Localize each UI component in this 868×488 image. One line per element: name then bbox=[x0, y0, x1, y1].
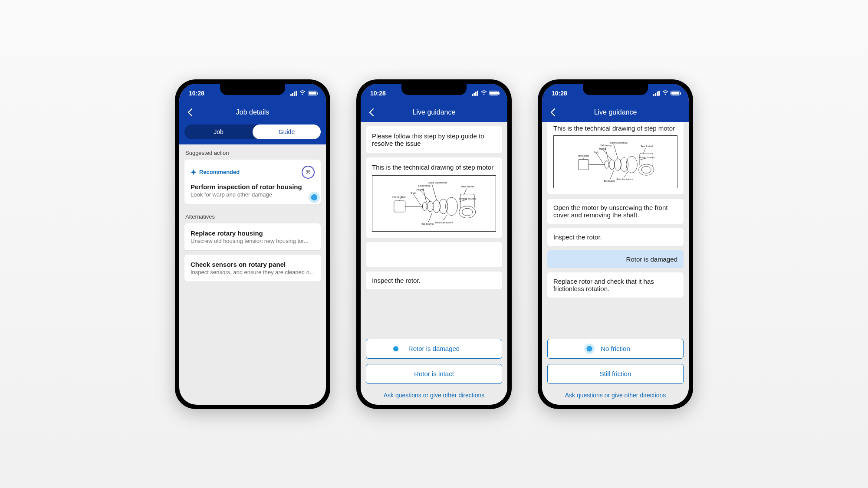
drawing-card: This is the technical drawing of step mo… bbox=[547, 122, 684, 194]
page-title: Live guidance bbox=[542, 108, 689, 116]
recommended-card[interactable]: Recommended 96 Perform inspection of rot… bbox=[184, 160, 321, 204]
option-rotor-damaged[interactable]: Rotor is damaged bbox=[366, 339, 502, 359]
signal-icon bbox=[472, 91, 479, 96]
alt1-title: Replace rotary housing bbox=[191, 229, 315, 237]
content-area: Suggested action Recommended 96 Perform … bbox=[179, 144, 326, 405]
notch bbox=[220, 84, 285, 95]
drawing-text: This is the technical drawing of step mo… bbox=[372, 164, 493, 171]
phone-1: 10:28 Job details Job Guide Suggested ac… bbox=[175, 79, 330, 409]
phone-2: 10:28 Live guidance Please follow this s… bbox=[356, 79, 512, 409]
status-time: 10:28 bbox=[552, 90, 567, 97]
phone-3: 10:28 Live guidance This is the technica… bbox=[538, 79, 693, 409]
tab-guide[interactable]: Guide bbox=[253, 124, 321, 139]
battery-icon bbox=[671, 91, 680, 95]
notch bbox=[583, 84, 648, 95]
bullet-icon bbox=[393, 346, 398, 351]
ask-questions-link[interactable]: Ask questions or give other directions bbox=[542, 389, 689, 405]
page-title: Live guidance bbox=[361, 108, 507, 116]
battery-icon bbox=[308, 91, 317, 95]
option-intact-label: Rotor is intact bbox=[414, 370, 454, 377]
inspect-card: Inspect the rotor. bbox=[547, 228, 684, 246]
alternative-card-1[interactable]: Replace rotary housing Unscrew old housi… bbox=[184, 223, 321, 250]
tap-indicator-icon bbox=[309, 192, 320, 203]
option-rotor-intact[interactable]: Rotor is intact bbox=[366, 364, 502, 384]
nav-bar: Live guidance bbox=[361, 103, 507, 122]
suggested-action-label: Suggested action bbox=[179, 144, 326, 160]
inspect-card: Inspect the rotor. bbox=[366, 272, 502, 289]
user-reply-text: Rotor is damaged bbox=[626, 255, 677, 263]
sparkle-icon bbox=[191, 169, 197, 175]
user-reply-damaged: Rotor is damaged bbox=[547, 250, 684, 268]
back-button[interactable] bbox=[185, 107, 196, 118]
status-time: 10:28 bbox=[189, 90, 204, 97]
technical-drawing bbox=[372, 175, 496, 232]
open-motor-card: Open the motor by unscrewing the front c… bbox=[547, 199, 684, 224]
recommended-label: Recommended bbox=[199, 169, 240, 175]
page-title: Job details bbox=[179, 108, 326, 116]
nav-bar: Live guidance bbox=[542, 103, 689, 122]
recommended-subtitle: Look for warp and other damage bbox=[191, 191, 315, 198]
option-no-friction-label: No friction bbox=[601, 345, 630, 352]
status-time: 10:28 bbox=[370, 90, 386, 97]
open-motor-text: Open the motor by unscrewing the front c… bbox=[553, 204, 667, 219]
recommended-title: Perform inspection of rotor housing bbox=[191, 183, 315, 190]
alternatives-label: Alternatives bbox=[179, 208, 326, 223]
alt2-title: Check sensors on rotary panel bbox=[191, 261, 315, 268]
segmented-control-bar: Job Guide bbox=[179, 122, 326, 144]
drawing-card: This is the technical drawing of step mo… bbox=[366, 157, 502, 238]
battery-icon bbox=[489, 91, 499, 95]
guidance-intro-text: Please follow this step by step guide to… bbox=[372, 132, 484, 147]
drawing-text: This is the technical drawing of step mo… bbox=[553, 124, 675, 132]
back-button[interactable] bbox=[367, 107, 377, 118]
notch bbox=[401, 84, 467, 95]
segmented-control: Job Guide bbox=[184, 124, 321, 139]
option-no-friction[interactable]: No friction bbox=[547, 339, 684, 359]
option-buttons: No friction Still friction bbox=[542, 334, 689, 389]
nav-bar: Job details bbox=[179, 103, 326, 122]
recommended-badge: Recommended bbox=[191, 169, 240, 175]
signal-icon bbox=[653, 91, 660, 96]
tab-job[interactable]: Job bbox=[184, 124, 253, 139]
back-button[interactable] bbox=[548, 107, 559, 118]
inspect-text: Inspect the rotor. bbox=[372, 277, 421, 284]
blank-card bbox=[366, 242, 502, 267]
tap-indicator-icon bbox=[584, 344, 595, 354]
wifi-icon bbox=[481, 90, 487, 97]
wifi-icon bbox=[299, 90, 306, 97]
confidence-score: 96 bbox=[302, 166, 315, 179]
alt1-subtitle: Unscrew old housing tension new housing … bbox=[191, 238, 315, 244]
option-still-friction-label: Still friction bbox=[600, 370, 631, 377]
signal-icon bbox=[290, 91, 297, 96]
replace-rotor-text: Replace rotor and check that it has fric… bbox=[553, 278, 654, 292]
option-still-friction[interactable]: Still friction bbox=[547, 364, 684, 384]
inspect-text: Inspect the rotor. bbox=[553, 233, 602, 241]
technical-drawing bbox=[553, 135, 677, 188]
option-buttons: Rotor is damaged Rotor is intact bbox=[361, 334, 507, 389]
alt2-subtitle: Inspect sensors, and ensure they are cle… bbox=[191, 269, 315, 275]
option-damaged-label: Rotor is damaged bbox=[408, 345, 460, 352]
wifi-icon bbox=[662, 90, 668, 97]
guidance-intro-card: Please follow this step by step guide to… bbox=[366, 126, 502, 153]
replace-rotor-card: Replace rotor and check that it has fric… bbox=[547, 272, 684, 298]
alternative-card-2[interactable]: Check sensors on rotary panel Inspect se… bbox=[184, 255, 321, 282]
ask-questions-link[interactable]: Ask questions or give other directions bbox=[361, 389, 507, 405]
